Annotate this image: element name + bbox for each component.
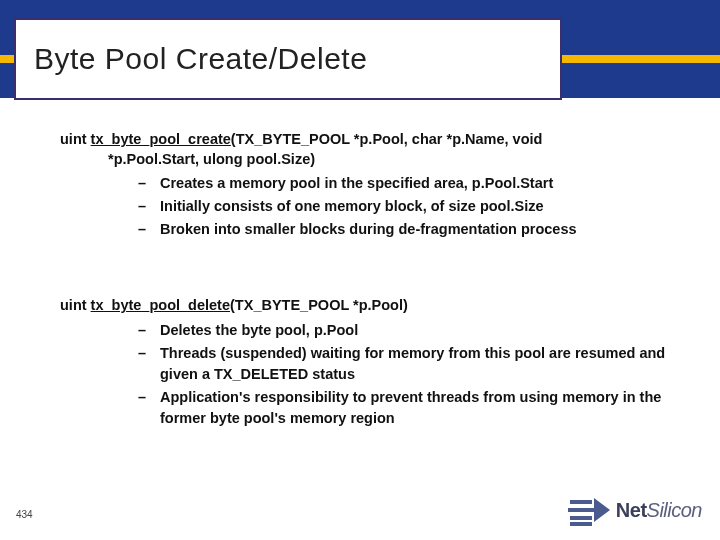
delete-signature: uint tx_byte_pool_delete(TX_BYTE_POOL *p… xyxy=(60,296,698,316)
svg-rect-1 xyxy=(570,522,592,526)
svg-rect-0 xyxy=(570,516,592,520)
slide-title: Byte Pool Create/Delete xyxy=(34,42,367,76)
delete-return-type: uint xyxy=(60,297,91,313)
delete-fn-name: tx_byte_pool_delete xyxy=(91,297,230,313)
create-bullets: Creates a memory pool in the specified a… xyxy=(60,173,698,240)
list-item: Application's responsibility to prevent … xyxy=(138,387,698,429)
list-item: Broken into smaller blocks during de-fra… xyxy=(138,219,698,240)
content-area: uint tx_byte_pool_create(TX_BYTE_POOL *p… xyxy=(60,130,698,431)
svg-rect-2 xyxy=(570,500,592,504)
create-return-type: uint xyxy=(60,131,91,147)
logo-text-b: Silicon xyxy=(647,499,702,521)
delete-bullets: Deletes the byte pool, p.Pool Threads (s… xyxy=(60,320,698,429)
logo-mark-icon xyxy=(566,490,610,530)
create-fn-name: tx_byte_pool_create xyxy=(91,131,231,147)
logo-text: NetSilicon xyxy=(616,499,702,522)
list-item: Initially consists of one memory block, … xyxy=(138,196,698,217)
create-params-line1: (TX_BYTE_POOL *p.Pool, char *p.Name, voi… xyxy=(231,131,543,147)
list-item: Deletes the byte pool, p.Pool xyxy=(138,320,698,341)
logo-text-a: Net xyxy=(616,499,647,521)
create-params-line2: *p.Pool.Start, ulong pool.Size) xyxy=(60,150,698,170)
list-item: Threads (suspended) waiting for memory f… xyxy=(138,343,698,385)
page-number: 434 xyxy=(16,509,33,520)
create-signature: uint tx_byte_pool_create(TX_BYTE_POOL *p… xyxy=(60,130,698,169)
delete-params: (TX_BYTE_POOL *p.Pool) xyxy=(230,297,408,313)
list-item: Creates a memory pool in the specified a… xyxy=(138,173,698,194)
title-card: Byte Pool Create/Delete xyxy=(14,18,562,100)
footer-logo: NetSilicon xyxy=(566,490,702,530)
